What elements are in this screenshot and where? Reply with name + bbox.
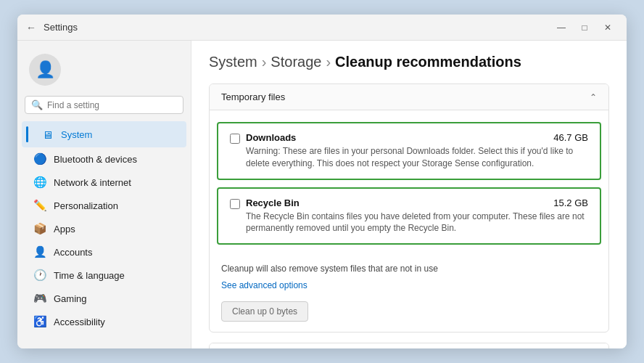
- sidebar-item-network[interactable]: 🌐Network & internet: [22, 171, 186, 194]
- minimize-button[interactable]: —: [551, 20, 571, 35]
- search-icon: 🔍: [31, 99, 43, 110]
- close-button[interactable]: ✕: [598, 20, 618, 35]
- window-title: Settings: [44, 22, 551, 33]
- recycle-bin-size: 15.2 GB: [553, 197, 588, 208]
- sidebar-item-personalization[interactable]: ✏️Personalization: [22, 194, 186, 217]
- sidebar-item-label-time: Time & language: [54, 270, 125, 281]
- downloads-item: Downloads 46.7 GB Warning: These are fil…: [217, 122, 601, 180]
- breadcrumb: System › Storage › Cleanup recommendatio…: [209, 54, 609, 70]
- breadcrumb-part2: Storage: [271, 54, 321, 70]
- accounts-icon: 👤: [33, 245, 46, 258]
- downloads-size: 46.7 GB: [553, 132, 588, 143]
- large-unused-header[interactable]: Large or unused files ⌄: [210, 343, 608, 348]
- sidebar-item-accessibility[interactable]: ♿Accessibility: [22, 310, 186, 333]
- main-content: System › Storage › Cleanup recommendatio…: [191, 41, 627, 348]
- cleanup-button[interactable]: Clean up 0 bytes: [221, 301, 308, 322]
- advanced-options-link[interactable]: See advanced options: [221, 280, 307, 290]
- cleanup-note: Cleanup will also remove system files th…: [210, 256, 608, 277]
- window-body: 👤 🔍 🖥System🔵Bluetooth & devices🌐Network …: [17, 41, 627, 348]
- avatar-icon: 👤: [36, 60, 55, 79]
- sidebar-item-label-gaming: Gaming: [54, 293, 87, 304]
- nav-list: 🖥System🔵Bluetooth & devices🌐Network & in…: [17, 121, 191, 333]
- downloads-name: Downloads: [246, 132, 296, 143]
- sidebar-item-time[interactable]: 🕐Time & language: [22, 264, 186, 287]
- temporary-files-body: Downloads 46.7 GB Warning: These are fil…: [210, 110, 608, 332]
- sidebar-item-gaming[interactable]: 🎮Gaming: [22, 287, 186, 310]
- recycle-bin-name: Recycle Bin: [246, 197, 300, 208]
- search-box[interactable]: 🔍: [25, 96, 183, 114]
- recycle-bin-desc: The Recycle Bin contains files you have …: [246, 211, 588, 235]
- back-button[interactable]: ←: [26, 22, 36, 33]
- sidebar-item-label-personalization: Personalization: [54, 200, 118, 211]
- temporary-files-header[interactable]: Temporary files ⌃: [210, 84, 608, 110]
- sidebar-item-label-system: System: [61, 129, 92, 140]
- temporary-files-chevron: ⌃: [590, 92, 597, 102]
- recycle-bin-checkbox[interactable]: [230, 199, 240, 209]
- breadcrumb-sep1: ›: [262, 54, 267, 70]
- sidebar-item-label-bluetooth: Bluetooth & devices: [54, 154, 137, 165]
- gaming-icon: 🎮: [33, 292, 46, 305]
- sidebar-item-system[interactable]: 🖥System: [22, 121, 186, 147]
- recycle-bin-header: Recycle Bin 15.2 GB The Recycle Bin cont…: [230, 197, 588, 235]
- breadcrumb-sep2: ›: [326, 54, 331, 70]
- downloads-desc: Warning: These are files in your persona…: [246, 145, 588, 170]
- downloads-info: Downloads 46.7 GB Warning: These are fil…: [246, 132, 588, 170]
- personalization-icon: ✏️: [33, 199, 46, 212]
- file-items-container: Downloads 46.7 GB Warning: These are fil…: [210, 110, 608, 256]
- titlebar: ← Settings — □ ✕: [17, 15, 627, 41]
- time-icon: 🕐: [33, 269, 46, 282]
- temporary-files-section: Temporary files ⌃ Downloads: [209, 83, 609, 333]
- large-unused-section: Large or unused files ⌄: [209, 343, 609, 348]
- temporary-files-label: Temporary files: [221, 91, 285, 102]
- sidebar-item-label-accessibility: Accessibility: [54, 317, 105, 327]
- sidebar: 👤 🔍 🖥System🔵Bluetooth & devices🌐Network …: [17, 41, 191, 348]
- downloads-checkbox[interactable]: [230, 134, 240, 144]
- downloads-header: Downloads 46.7 GB Warning: These are fil…: [230, 132, 588, 170]
- sidebar-item-label-network: Network & internet: [54, 177, 131, 188]
- recycle-bin-info: Recycle Bin 15.2 GB The Recycle Bin cont…: [246, 197, 588, 235]
- breadcrumb-part1: System: [209, 54, 257, 70]
- active-bar: [26, 126, 28, 142]
- sidebar-item-apps[interactable]: 📦Apps: [22, 217, 186, 240]
- sidebar-item-accounts[interactable]: 👤Accounts: [22, 240, 186, 264]
- window-controls: — □ ✕: [551, 20, 618, 35]
- sidebar-item-label-apps: Apps: [54, 224, 75, 234]
- recycle-bin-item: Recycle Bin 15.2 GB The Recycle Bin cont…: [217, 187, 601, 245]
- avatar: 👤: [29, 54, 61, 86]
- network-icon: 🌐: [33, 176, 46, 189]
- avatar-area: 👤: [17, 48, 191, 96]
- sidebar-item-bluetooth[interactable]: 🔵Bluetooth & devices: [22, 147, 186, 171]
- bluetooth-icon: 🔵: [33, 152, 46, 166]
- system-icon: 🖥: [41, 128, 54, 141]
- maximize-button[interactable]: □: [574, 20, 595, 35]
- accessibility-icon: ♿: [33, 315, 46, 328]
- apps-icon: 📦: [33, 222, 46, 235]
- settings-window: ← Settings — □ ✕ 👤 🔍 🖥System🔵Bluetooth &…: [17, 15, 627, 348]
- cleanup-note-text: Cleanup will also remove system files th…: [221, 264, 438, 274]
- breadcrumb-part3: Cleanup recommendations: [335, 54, 521, 70]
- search-input[interactable]: [47, 100, 177, 110]
- sidebar-item-label-accounts: Accounts: [54, 247, 92, 258]
